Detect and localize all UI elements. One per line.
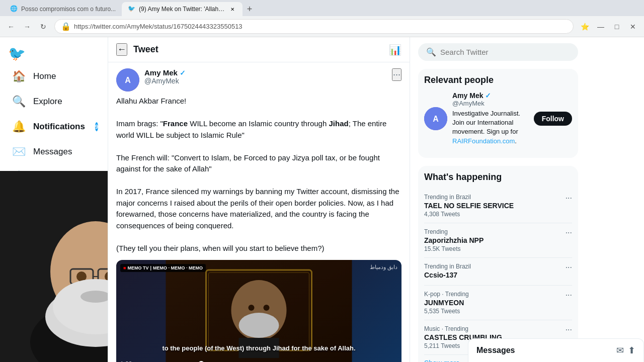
trending-count-2: 15.5K Tweets bbox=[424, 245, 484, 252]
sidebar-notifications-label: Notifications bbox=[33, 122, 85, 132]
app-layout: 🐦 🏠 Home 🔍 Explore 🔔 Notifications 9 ✉️ … bbox=[0, 37, 644, 362]
trending-item-5-more-button[interactable]: ··· bbox=[566, 325, 572, 334]
search-icon: 🔍 bbox=[426, 47, 436, 57]
trending-name-4: JUNMYEON bbox=[424, 299, 469, 307]
tweet-analytics-icon[interactable]: 📊 bbox=[389, 44, 401, 56]
video-channel-logo: ■ MEMO TV | MEMO · MEMO · MEMO bbox=[120, 264, 206, 272]
whats-happening-section: What's happening Trending in Brazil TAEL… bbox=[418, 166, 578, 362]
search-box: 🔍 bbox=[418, 43, 578, 61]
sidebar: 🐦 🏠 Home 🔍 Explore 🔔 Notifications 9 ✉️ … bbox=[0, 37, 108, 362]
messages-bar: Messages ✉ ⬆ bbox=[468, 338, 644, 362]
main-tweet-content: ← Tweet 📊 A Amy Mek bbox=[108, 37, 410, 362]
sidebar-messages-label: Messages bbox=[33, 147, 72, 157]
explore-icon: 🔍 bbox=[12, 95, 25, 108]
follow-button[interactable]: Follow bbox=[534, 112, 572, 126]
notifications-icon: 🔔 bbox=[12, 120, 25, 133]
tweet-author-avatar: A bbox=[116, 68, 139, 92]
messages-bar-title: Messages bbox=[476, 346, 515, 355]
tweet-more-options-button[interactable]: ··· bbox=[392, 68, 401, 81]
trending-item-2-more-button[interactable]: ··· bbox=[566, 228, 572, 237]
video-subtitle-area: to the people (of the West) through Jiha… bbox=[116, 343, 401, 353]
tweet-page-title: Tweet bbox=[133, 44, 158, 55]
tweet-header-left: ← Tweet bbox=[116, 43, 158, 56]
browser-tabs: 🌐 Posso compromisos com o futuro... 🐦 (9… bbox=[0, 0, 644, 16]
address-url: https://twitter.com/AmyMek/status/167502… bbox=[74, 23, 567, 30]
refresh-button[interactable]: ↻ bbox=[36, 20, 50, 34]
browser-tab-1[interactable]: 🌐 Posso compromisos com o futuro... bbox=[4, 2, 122, 16]
video-memo-text: MEMO · MEMO · MEMO bbox=[153, 265, 203, 270]
notifications-badge: 9 bbox=[95, 122, 98, 131]
tweet-author-name: Amy Mek ✓ bbox=[144, 68, 186, 77]
twitter-logo: 🐦 bbox=[0, 41, 108, 64]
tweet-author-handle: @AmyMek bbox=[144, 77, 186, 85]
relevant-person-avatar: A bbox=[424, 107, 447, 130]
right-sidebar: 🔍 Relevant people A Amy Mek ✓ @Am bbox=[410, 37, 586, 362]
trending-category-1: Trending in Brazil bbox=[424, 194, 514, 201]
relevant-people-section: Relevant people A Amy Mek ✓ @AmyMek Inve… bbox=[418, 69, 578, 158]
nav-icons: ← → ↻ bbox=[4, 20, 50, 34]
tweet-text-content: Allahu Akbar France! Imam brags: "France… bbox=[116, 96, 401, 254]
trending-name-3: Ccsio-137 bbox=[424, 271, 471, 279]
messages-compose-icon[interactable]: ✉ bbox=[616, 345, 624, 356]
person-svg bbox=[0, 171, 108, 362]
video-controls-bar: 1:38 bbox=[116, 358, 401, 362]
tweet-paragraph-4: In 2017, France silenced my warnings by … bbox=[116, 186, 401, 231]
home-icon: 🏠 bbox=[12, 70, 25, 83]
trending-row-3: Trending in Brazil Ccsio-137 ··· bbox=[424, 263, 572, 280]
search-input[interactable] bbox=[440, 48, 570, 56]
tab2-close-button[interactable]: ✕ bbox=[228, 5, 236, 13]
trending-item-3-more-button[interactable]: ··· bbox=[566, 263, 572, 272]
extensions-button[interactable]: ⭐ bbox=[578, 20, 592, 34]
trending-category-4: K-pop · Trending bbox=[424, 291, 469, 298]
tweet-embedded-video[interactable]: ■ MEMO TV | MEMO · MEMO · MEMO Trending … bbox=[116, 260, 401, 362]
trending-item-4-content: K-pop · Trending JUNMYEON 5,535 Tweets bbox=[424, 291, 469, 315]
relevant-person-info: Amy Mek ✓ @AmyMek Investigative Journali… bbox=[452, 92, 529, 146]
trending-count-4: 5,535 Tweets bbox=[424, 308, 469, 315]
relevant-bio-link[interactable]: RAIRFoundation.com bbox=[452, 137, 515, 145]
trending-item-1: Trending in Brazil TAEL NO SELFIE SERVIC… bbox=[424, 189, 572, 223]
tweet-paragraph-3: The French will: "Convert to Islam, be F… bbox=[116, 152, 401, 175]
relevant-person-item: A Amy Mek ✓ @AmyMek Investigative Journa… bbox=[424, 92, 572, 146]
trending-item-4: K-pop · Trending JUNMYEON 5,535 Tweets ·… bbox=[424, 286, 572, 320]
tab1-favicon: 🌐 bbox=[10, 5, 18, 13]
sidebar-item-notifications[interactable]: 🔔 Notifications 9 bbox=[4, 115, 104, 138]
address-bar[interactable]: 🔒 https://twitter.com/AmyMek/status/1675… bbox=[54, 19, 574, 34]
trending-item-2-content: Trending Zaporizhzhia NPP 15.5K Tweets bbox=[424, 228, 484, 252]
back-nav-button[interactable]: ← bbox=[4, 20, 18, 34]
browser-tab-2[interactable]: 🐦 (9) Amy Mek on Twitter: 'Allahu... ✕ bbox=[122, 2, 243, 16]
video-arabic-watermark: Trending in Brazil دابق ودمياط bbox=[370, 264, 397, 270]
relevant-people-title: Relevant people bbox=[424, 75, 572, 85]
minimize-button[interactable]: — bbox=[594, 20, 608, 34]
close-window-button[interactable]: ✕ bbox=[626, 20, 640, 34]
trending-row-4: K-pop · Trending JUNMYEON 5,535 Tweets ·… bbox=[424, 291, 572, 315]
maximize-button[interactable]: □ bbox=[610, 20, 624, 34]
sidebar-item-messages[interactable]: ✉️ Messages bbox=[4, 140, 104, 163]
video-controls: 1:38 bbox=[116, 358, 401, 362]
trending-item-4-more-button[interactable]: ··· bbox=[566, 291, 572, 300]
forward-nav-button[interactable]: → bbox=[20, 20, 34, 34]
trending-item-2: Trending Zaporizhzhia NPP 15.5K Tweets ·… bbox=[424, 223, 572, 258]
relevant-verified-badge: ✓ bbox=[485, 92, 491, 100]
messages-expand-icon[interactable]: ⬆ bbox=[628, 345, 635, 356]
tweet-user-info: A Amy Mek ✓ @AmyMek bbox=[116, 68, 186, 92]
new-tab-button[interactable]: + bbox=[243, 2, 257, 16]
verified-badge-icon: ✓ bbox=[180, 69, 186, 77]
tab2-title: (9) Amy Mek on Twitter: 'Allahu... bbox=[139, 6, 225, 13]
trending-item-3-content: Trending in Brazil Ccsio-137 bbox=[424, 263, 471, 280]
tweet-paragraph-2: Imam brags: "France WILL become an Islam… bbox=[116, 118, 401, 141]
webcam-video bbox=[0, 171, 108, 362]
relevant-person-handle: @AmyMek bbox=[452, 100, 529, 107]
tweet-body: A Amy Mek ✓ @AmyMek ··· Allahu Akbar Fra… bbox=[108, 62, 410, 362]
trending-category-3: Trending in Brazil bbox=[424, 263, 471, 270]
memo-tv-logo: ■ bbox=[123, 265, 126, 270]
trending-item-1-more-button[interactable]: ··· bbox=[566, 194, 572, 203]
sidebar-item-home[interactable]: 🏠 Home bbox=[4, 65, 104, 88]
back-button[interactable]: ← bbox=[116, 43, 127, 56]
video-subtitle-text: to the people (of the West) through Jiha… bbox=[126, 343, 391, 353]
sidebar-item-explore[interactable]: 🔍 Explore bbox=[4, 90, 104, 113]
trending-category-2: Trending bbox=[424, 228, 484, 235]
messages-icon: ✉️ bbox=[12, 145, 25, 158]
address-lock-icon: 🔒 bbox=[61, 22, 71, 31]
tweet-paragraph-1: Allahu Akbar France! bbox=[116, 96, 401, 107]
browser-chrome: 🌐 Posso compromisos com o futuro... 🐦 (9… bbox=[0, 0, 644, 37]
